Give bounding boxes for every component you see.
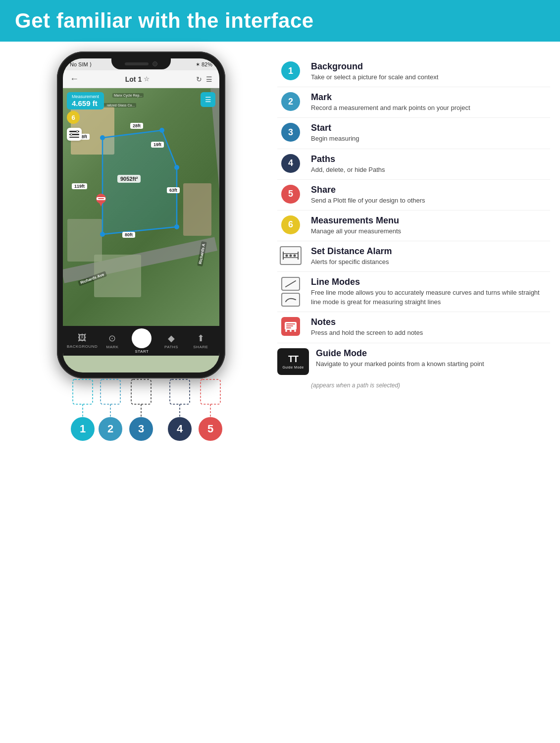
info-item-share: 5 Share Send a Plott file of your design… [277,180,550,211]
toolbar-start[interactable]: ▶ START [127,328,156,354]
title-alarm: Set Distance Alarm [311,246,392,257]
start-circle-button[interactable]: ▶ [132,328,152,348]
desc-measurements-menu: Manage all your measurements [311,227,401,236]
map-tools-button[interactable] [67,128,82,141]
icon-col-4: 4 [277,154,304,173]
lot-title: Lot 1 ☆ [125,75,150,83]
text-col-mark: Mark Record a measurement and mark point… [311,92,470,112]
svg-rect-19 [201,379,220,404]
toolbar-background[interactable]: 🖼 BACKGROUND [67,333,98,349]
svg-rect-8 [69,137,79,138]
title-share: Share [311,185,425,195]
text-col-background: Background Take or select a picture for … [311,61,438,82]
back-button[interactable]: ← [70,74,79,84]
text-col-paths: Paths Add, delete, or hide Paths [311,154,385,174]
info-item-alarm: Set Distance Alarm Alerts for specific d… [277,241,550,272]
start-icon: ▶ [138,333,146,344]
location-pin [95,195,107,207]
text-col-share: Share Send a Plott file of your design t… [311,185,425,205]
guide-tt-text: TT [288,354,298,365]
svg-point-10 [76,131,78,133]
main-content: No SIM ⟩ 12:06 PM ✶ 82% ← Lot 1 ☆ ↻ [0,47,560,448]
phone-device: No SIM ⟩ 12:06 PM ✶ 82% ← Lot 1 ☆ ↻ [57,52,225,378]
menu-icon[interactable]: ☰ [206,75,212,83]
business-label-2: ...ialized Glass Co... [102,103,136,107]
toolbar-paths[interactable]: ◆ PATHS [156,333,186,349]
top-bar-right: ↻ ☰ [196,75,212,83]
badge-6: 6 [281,215,300,234]
icon-col-3: 3 [277,123,304,142]
map-label-19ft: 19ft [151,142,164,148]
phone-toolbar: 🖼 BACKGROUND ⊙ MARK ▶ START [63,326,219,356]
num-circle-5: 5 [199,417,222,441]
text-col-alarm: Set Distance Alarm Alerts for specific d… [311,246,392,266]
measurement-value: 4.659 ft [72,99,98,107]
status-right: ✶ 82% [196,61,212,68]
refresh-icon[interactable]: ↻ [196,75,202,83]
svg-rect-35 [286,327,291,328]
speaker [125,62,149,65]
guide-mode-icon: TT Guide Mode [277,348,309,375]
title-mark: Mark [311,92,470,103]
favorite-star[interactable]: ☆ [144,75,150,83]
svg-point-4 [174,224,179,229]
phone-notch [111,58,171,69]
svg-line-31 [286,281,296,287]
text-col-line-modes: Line Modes Free line mode allows you to … [311,277,550,306]
info-item-guide-mode: TT Guide Mode Guide Mode Navigate to you… [277,343,550,380]
icon-col-5: 5 [277,185,304,204]
desc-notes: Press and hold the screen to add notes [311,328,423,337]
mark-icon: ⊙ [108,333,116,344]
paths-icon: ◆ [168,333,175,344]
info-item-background: 1 Background Take or select a picture fo… [277,56,550,87]
svg-point-1 [100,135,105,140]
number-badge-6: 6 [67,111,80,124]
num-circle-2: 2 [99,417,122,441]
info-item-line-modes: Line Modes Free line mode allows you to … [277,272,550,312]
toolbar-share[interactable]: ⬆ SHARE [186,333,215,349]
desc-mark: Record a measurement and mark points on … [311,104,470,112]
info-item-mark: 2 Mark Record a measurement and mark poi… [277,87,550,118]
text-col-notes: Notes Press and hold the screen to add n… [311,317,423,337]
camera [153,61,157,66]
icon-col-line-modes [277,277,304,307]
title-start: Start [311,123,359,133]
svg-point-36 [285,330,287,332]
toolbar-start-label: START [135,349,149,354]
map-menu-button[interactable]: ☰ [201,92,215,107]
title-measurements-menu: Measurements Menu [311,215,401,226]
icon-col-alarm [277,246,304,265]
page-wrapper: Get familiar with the interface No SIM ⟩… [0,0,560,743]
desc-guide: Navigate to your marked points from a kn… [316,360,484,369]
badge-2: 2 [281,92,300,111]
num-circle-4: 4 [168,417,192,441]
business-label-1: Manx Cycle Rep... [112,93,144,98]
phone-top-bar[interactable]: ← Lot 1 ☆ ↻ ☰ [63,70,219,88]
straight-line-icon [281,293,300,307]
page-title: Get familiar with the interface [15,9,545,33]
measurement-label: Measurement [72,94,99,99]
title-notes: Notes [311,317,423,327]
desc-share: Send a Plott file of your design to othe… [311,196,425,205]
title-guide: Guide Mode [316,348,484,359]
svg-rect-16 [101,379,120,404]
map-label-80ft: 80ft [122,232,135,238]
svg-rect-13 [98,198,104,199]
guide-mode-label-text: Guide Mode [282,366,304,369]
svg-rect-33 [286,323,295,324]
map-label-28ft: 28ft [130,123,143,129]
toolbar-paths-label: PATHS [164,345,178,349]
desc-alarm: Alerts for specific distances [311,258,392,266]
desc-paths: Add, delete, or hide Paths [311,165,385,174]
measurement-badge: Measurement 4.659 ft [67,92,104,109]
text-col-start: Start Begin measuring [311,123,359,143]
svg-point-5 [100,232,105,237]
status-left: No SIM ⟩ [70,61,92,68]
icon-col-guide: TT Guide Mode [277,348,309,375]
num-circle-3: 3 [129,417,153,441]
toolbar-mark[interactable]: ⊙ MARK [98,333,127,349]
svg-point-9 [70,134,72,136]
phone-map[interactable]: Measurement 4.659 ft ☰ 6 [63,88,219,326]
svg-point-27 [290,255,292,257]
text-col-measurements-menu: Measurements Menu Manage all your measur… [311,215,401,236]
